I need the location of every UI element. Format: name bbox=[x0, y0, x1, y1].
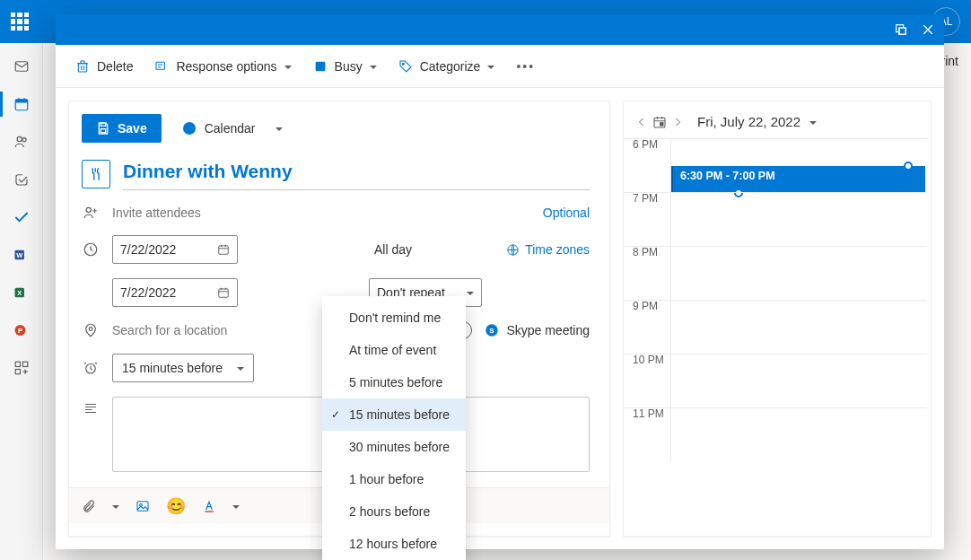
reminder-option[interactable]: Don't remind me bbox=[322, 302, 466, 334]
reminder-option[interactable]: 12 hours before bbox=[322, 528, 466, 560]
delete-button[interactable]: Delete bbox=[75, 59, 133, 74]
excel-icon[interactable]: X bbox=[13, 284, 31, 302]
popout-icon[interactable] bbox=[894, 22, 908, 37]
svg-rect-24 bbox=[101, 123, 105, 126]
svg-rect-25 bbox=[101, 129, 105, 133]
svg-rect-35 bbox=[137, 501, 148, 511]
next-day-icon[interactable] bbox=[672, 117, 683, 127]
svg-rect-14 bbox=[22, 362, 27, 366]
svg-rect-22 bbox=[315, 61, 325, 71]
more-apps-icon[interactable] bbox=[13, 359, 31, 377]
powerpoint-icon[interactable]: P bbox=[13, 321, 31, 339]
chevron-down-icon bbox=[370, 59, 377, 74]
save-button[interactable]: Save bbox=[82, 114, 162, 143]
today-icon[interactable] bbox=[652, 115, 667, 129]
files-icon[interactable] bbox=[13, 171, 31, 188]
clock-icon bbox=[82, 241, 100, 258]
day-preview: Fri, July 22, 2022 6 PM6:30 PM - 7:00 PM… bbox=[623, 101, 932, 537]
event-form: Save Calendar Optional bbox=[68, 101, 610, 537]
chevron-down-icon bbox=[276, 121, 283, 136]
reminder-menu: Don't remind meAt time of event5 minutes… bbox=[322, 296, 466, 560]
reminder-select[interactable]: 15 minutes before bbox=[112, 354, 254, 382]
svg-point-31 bbox=[89, 328, 92, 331]
reminder-option[interactable]: 30 minutes before bbox=[322, 431, 466, 463]
time-zones-link[interactable]: Time zones bbox=[506, 242, 590, 257]
response-options-button[interactable]: Response options bbox=[154, 59, 291, 74]
reminder-option[interactable]: At time of event bbox=[322, 334, 466, 366]
busy-button[interactable]: Busy bbox=[313, 59, 377, 74]
hour-label: 7 PM bbox=[633, 192, 658, 205]
svg-point-23 bbox=[402, 63, 404, 65]
reminder-option[interactable]: 15 minutes before bbox=[322, 398, 466, 431]
svg-text:S: S bbox=[490, 327, 495, 335]
reminder-option[interactable]: 2 hours before bbox=[322, 495, 466, 528]
svg-point-6 bbox=[22, 138, 25, 142]
people-add-icon bbox=[82, 205, 100, 221]
resize-handle[interactable] bbox=[904, 162, 913, 171]
font-color-icon[interactable] bbox=[202, 499, 216, 513]
attendees-input[interactable] bbox=[112, 206, 530, 220]
chevron-down-icon[interactable] bbox=[809, 114, 817, 129]
svg-rect-21 bbox=[156, 62, 164, 69]
svg-text:X: X bbox=[17, 289, 22, 297]
optional-link[interactable]: Optional bbox=[543, 206, 590, 220]
chevron-down-icon bbox=[284, 59, 292, 74]
svg-text:P: P bbox=[17, 327, 22, 335]
fork-knife-icon[interactable] bbox=[82, 160, 110, 188]
end-date-field[interactable]: 7/22/2022 bbox=[112, 278, 238, 307]
description-icon bbox=[82, 400, 100, 416]
event-title-input[interactable] bbox=[123, 157, 590, 190]
svg-rect-15 bbox=[15, 370, 20, 374]
word-icon[interactable]: W bbox=[13, 246, 31, 264]
svg-rect-30 bbox=[219, 289, 229, 297]
mail-icon[interactable] bbox=[13, 57, 31, 75]
hour-label: 11 PM bbox=[633, 407, 664, 420]
hour-label: 10 PM bbox=[633, 354, 664, 366]
all-day-toggle[interactable]: All day bbox=[369, 242, 412, 257]
calendar-selector[interactable]: Calendar bbox=[183, 121, 283, 136]
image-icon[interactable] bbox=[136, 499, 150, 513]
hour-label: 9 PM bbox=[633, 300, 658, 312]
people-icon[interactable] bbox=[13, 133, 31, 151]
svg-point-26 bbox=[86, 207, 91, 212]
location-icon bbox=[82, 322, 100, 338]
app-launcher-icon[interactable] bbox=[11, 13, 29, 31]
close-icon[interactable] bbox=[921, 22, 935, 37]
categorize-button[interactable]: Categorize bbox=[398, 59, 495, 74]
todo-icon[interactable] bbox=[13, 208, 31, 226]
left-rail: W X P bbox=[0, 43, 43, 560]
attach-icon[interactable] bbox=[82, 499, 96, 513]
svg-rect-20 bbox=[78, 63, 86, 71]
svg-rect-39 bbox=[660, 122, 663, 125]
skype-label: S Skype meeting bbox=[485, 323, 590, 337]
start-date-field[interactable]: 7/22/2022 bbox=[112, 235, 238, 264]
svg-text:W: W bbox=[16, 251, 23, 259]
hour-grid[interactable]: 6 PM6:30 PM - 7:00 PM7 PM8 PM9 PM10 PM11… bbox=[624, 138, 927, 523]
chevron-down-icon bbox=[487, 59, 494, 74]
calendar-color-dot bbox=[183, 122, 196, 135]
hour-label: 8 PM bbox=[633, 246, 658, 258]
svg-point-5 bbox=[17, 136, 22, 141]
svg-rect-28 bbox=[219, 246, 229, 254]
chevron-down-icon bbox=[467, 285, 474, 300]
svg-rect-37 bbox=[205, 511, 213, 512]
more-button[interactable]: ••• bbox=[516, 59, 535, 74]
hour-label: 6 PM bbox=[633, 138, 658, 151]
prev-day-icon[interactable] bbox=[636, 117, 647, 127]
reminder-icon bbox=[82, 360, 100, 376]
calendar-icon[interactable] bbox=[13, 95, 31, 113]
chevron-down-icon bbox=[237, 361, 244, 375]
svg-rect-13 bbox=[15, 362, 20, 366]
reminder-option[interactable]: 1 hour before bbox=[322, 463, 466, 495]
svg-rect-2 bbox=[15, 100, 28, 103]
day-label[interactable]: Fri, July 22, 2022 bbox=[697, 114, 800, 129]
emoji-icon[interactable]: 😊 bbox=[166, 496, 186, 516]
calendar-picker-icon bbox=[217, 243, 230, 256]
modal-titlebar bbox=[56, 14, 944, 45]
chevron-down-icon[interactable] bbox=[112, 498, 119, 514]
calendar-event[interactable]: 6:30 PM - 7:00 PM bbox=[670, 166, 925, 193]
chevron-down-icon[interactable] bbox=[232, 498, 240, 514]
reminder-option[interactable]: 5 minutes before bbox=[322, 366, 466, 398]
svg-rect-0 bbox=[15, 62, 28, 72]
event-editor-modal: Delete Response options Busy Categorize … bbox=[56, 14, 944, 549]
